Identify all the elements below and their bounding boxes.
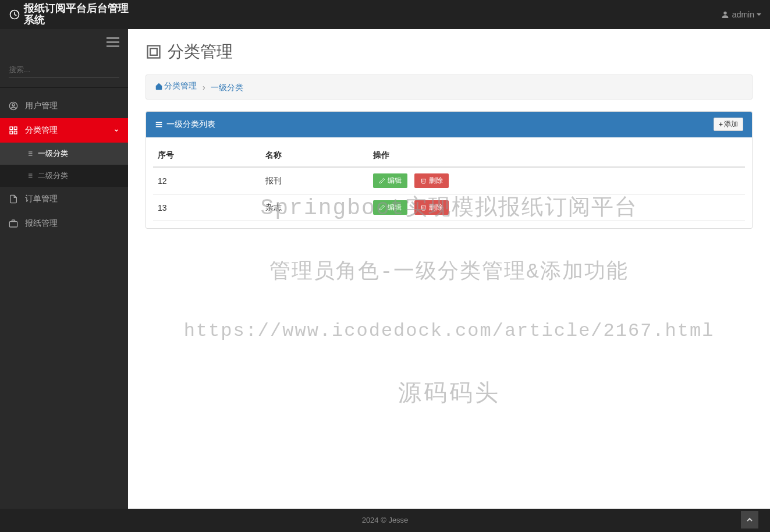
svg-rect-4 [10, 127, 13, 130]
briefcase-icon [9, 219, 19, 228]
svg-point-3 [12, 104, 15, 106]
svg-rect-7 [14, 131, 17, 134]
breadcrumb-root[interactable]: 分类管理 [155, 81, 197, 91]
breadcrumb: 分类管理 › 一级分类 [146, 75, 753, 100]
user-menu[interactable]: admin [721, 10, 761, 19]
edit-button[interactable]: 编辑 [373, 200, 407, 215]
menu-icon [155, 120, 163, 129]
svg-point-1 [723, 12, 726, 15]
caret-down-icon [757, 13, 761, 16]
app-brand: 报纸订阅平台后台管理系统 [9, 3, 131, 26]
trash-icon [420, 204, 427, 211]
list-panel: 一级分类列表 + 添加 序号 名称 操作 [146, 111, 753, 229]
top-navbar: 报纸订阅平台后台管理系统 admin [0, 0, 770, 29]
svg-rect-22 [150, 48, 157, 55]
svg-rect-6 [10, 131, 13, 134]
col-serial: 序号 [153, 144, 261, 167]
chevron-up-icon [745, 515, 754, 524]
watermark-overlay: Springboot实现模拟报纸订阅平台 管理员角色-一级分类管理&添加功能 h… [128, 29, 770, 509]
sidebar-item-orders: 订单管理 [0, 187, 128, 211]
list-icon [26, 150, 33, 157]
cell-name: 报刊 [261, 167, 368, 194]
cell-actions: 编辑 删除 [368, 167, 745, 194]
submenu-level1: 一级分类 [0, 143, 128, 165]
cell-id: 13 [153, 194, 261, 221]
dashboard-icon [9, 9, 20, 20]
home-icon [155, 82, 163, 90]
col-name: 名称 [261, 144, 368, 167]
footer: 2024 © Jesse [0, 509, 770, 532]
sidebar: 用户管理 分类管理 [0, 29, 128, 509]
sidebar-item-label: 分类管理 [25, 125, 58, 136]
cell-id: 12 [153, 167, 261, 194]
category-table: 序号 名称 操作 12 报刊 编辑 [153, 144, 745, 221]
svg-rect-5 [14, 127, 17, 130]
watermark-line2: 管理员角色-一级分类管理&添加功能 [269, 257, 629, 285]
divider [0, 87, 128, 88]
table-row: 12 报刊 编辑 删除 [153, 167, 745, 194]
watermark-line4: 源码码头 [398, 377, 501, 409]
delete-button[interactable]: 删除 [414, 200, 449, 215]
sidebar-item-label: 用户管理 [25, 101, 58, 111]
user-name: admin [732, 10, 754, 19]
scroll-top-button[interactable] [741, 511, 758, 529]
category-icon [9, 126, 19, 135]
panel-heading: 一级分类列表 + 添加 [146, 112, 752, 137]
search-input[interactable] [9, 62, 119, 78]
plus-icon: + [719, 120, 723, 129]
add-button[interactable]: + 添加 [714, 118, 743, 131]
submenu-level2: 二级分类 [0, 165, 128, 187]
edit-button[interactable]: 编辑 [373, 173, 407, 188]
trash-icon [420, 178, 427, 184]
category-large-icon [146, 44, 162, 60]
footer-text: 2024 © Jesse [362, 516, 409, 524]
panel-title: 一级分类列表 [166, 119, 714, 130]
cell-name: 杂志 [261, 194, 368, 221]
breadcrumb-separator: › [203, 83, 205, 92]
col-action: 操作 [368, 144, 745, 167]
list-icon [26, 172, 33, 179]
sidebar-toggle[interactable] [107, 35, 119, 49]
pencil-icon [379, 204, 385, 211]
page-title: 分类管理 [146, 41, 753, 63]
sidebar-item-label: 报纸管理 [25, 218, 58, 229]
delete-button[interactable]: 删除 [414, 173, 449, 188]
chevron-down-icon [113, 126, 119, 135]
cell-actions: 编辑 删除 [368, 194, 745, 221]
breadcrumb-current: 一级分类 [211, 83, 243, 92]
sidebar-item-newspaper: 报纸管理 [0, 211, 128, 236]
sidebar-item-label: 订单管理 [25, 194, 58, 204]
document-icon [9, 194, 19, 204]
user-circle-icon [9, 101, 19, 111]
svg-rect-20 [9, 222, 17, 227]
submenu-label: 二级分类 [38, 171, 68, 181]
user-icon [721, 10, 730, 19]
watermark-line3: https://www.icodedock.com/article/2167.h… [184, 320, 715, 342]
sidebar-item-users: 用户管理 [0, 94, 128, 118]
submenu-label: 一级分类 [38, 148, 68, 159]
pencil-icon [379, 178, 385, 184]
svg-rect-21 [148, 46, 160, 58]
app-title: 报纸订阅平台后台管理系统 [24, 3, 131, 26]
main-content: 分类管理 分类管理 › 一级分类 一级分类列表 + 添加 [128, 29, 770, 509]
table-row: 13 杂志 编辑 删除 [153, 194, 745, 221]
sidebar-item-category: 分类管理 一级分类 [0, 118, 128, 187]
